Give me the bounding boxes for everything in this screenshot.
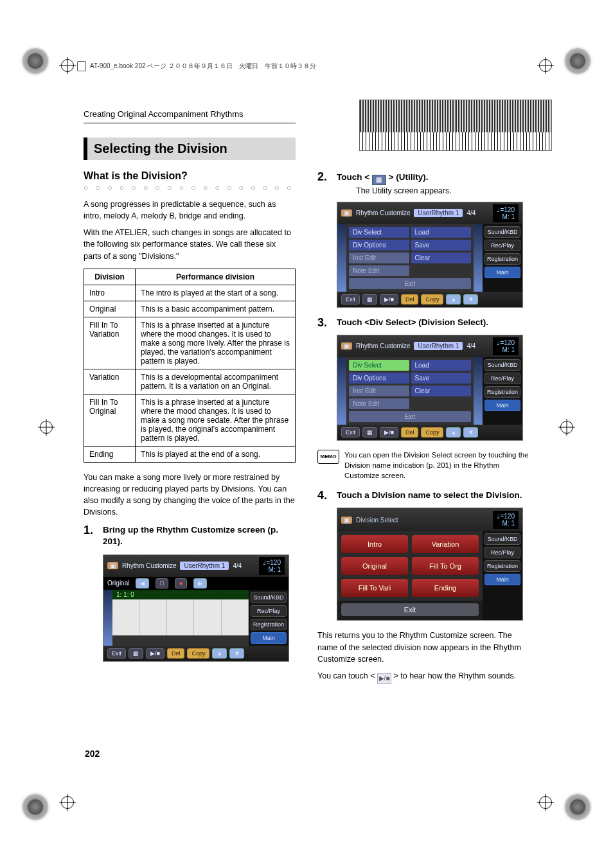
lcd-timesig: 4/4 — [466, 342, 475, 350]
side-sound-kbd[interactable]: Sound/KBD — [251, 592, 287, 603]
breadcrumb: Creating Original Accompaniment Rhythms — [84, 109, 296, 119]
utility-icon-button[interactable]: ▦ — [362, 427, 377, 438]
down-button[interactable]: ▼ — [463, 294, 478, 305]
step-4-text: Touch a Division name to select the Divi… — [337, 490, 522, 501]
side-sound-kbd[interactable]: Sound/KBD — [484, 359, 520, 371]
utility-icon-button[interactable]: ▦ — [362, 294, 377, 305]
down-button[interactable]: ▼ — [229, 648, 244, 659]
del-button[interactable]: Del — [401, 427, 419, 438]
side-sound-kbd[interactable]: Sound/KBD — [484, 226, 520, 238]
menu-div-options[interactable]: Div Options — [349, 240, 409, 251]
menu-clear[interactable]: Clear — [411, 385, 472, 396]
menu-save[interactable]: Save — [411, 373, 472, 384]
play-stop-button[interactable]: ▶/■ — [380, 294, 398, 305]
registration-mark-icon — [539, 796, 552, 809]
division-button[interactable]: Ending — [412, 579, 479, 597]
menu-inst-edit[interactable]: Inst Edit — [349, 252, 409, 263]
division-button[interactable]: Variation — [412, 535, 479, 553]
page-number: 202 — [85, 748, 100, 759]
utility-icon-button[interactable]: ▦ — [129, 648, 143, 659]
lcd-badge[interactable]: UserRhythm 1 — [414, 209, 463, 217]
up-button[interactable]: ▲ — [446, 427, 461, 438]
registration-mark-icon — [61, 796, 74, 809]
side-rec-play[interactable]: Rec/Play — [484, 547, 520, 558]
side-main[interactable]: Main — [484, 400, 520, 411]
prev-button[interactable]: ◀ — [136, 578, 149, 589]
menu-exit[interactable]: Exit — [349, 278, 471, 289]
side-registration[interactable]: Registration — [484, 560, 520, 572]
lcd-right-scroll[interactable] — [474, 357, 483, 425]
menu-note-edit[interactable]: Note Edit — [349, 398, 409, 409]
menu-div-select[interactable]: Div Select — [349, 227, 409, 238]
del-button[interactable]: Del — [401, 294, 419, 305]
division-button[interactable]: Fill To Vari — [341, 579, 408, 597]
division-button[interactable]: Original — [341, 557, 408, 575]
lcd-badge[interactable]: UserRhythm 1 — [414, 342, 463, 350]
side-main[interactable]: Main — [484, 267, 520, 278]
menu-div-options[interactable]: Div Options — [349, 373, 409, 384]
table-row: Fill In To OriginalThis is a phrase inse… — [84, 394, 296, 446]
lcd-division-name[interactable]: Original — [107, 580, 129, 587]
copy-button[interactable]: Copy — [187, 648, 209, 659]
lcd-close-icon[interactable]: ▣ — [341, 517, 352, 524]
play-stop-button[interactable]: ▶/■ — [380, 427, 398, 438]
record-button[interactable]: ● — [175, 578, 187, 589]
side-main[interactable]: Main — [484, 574, 520, 585]
del-button[interactable]: Del — [167, 648, 185, 659]
division-cell: Fill In To Variation — [84, 317, 136, 369]
performance-cell: This is played at the end of a song. — [136, 446, 296, 462]
side-rec-play[interactable]: Rec/Play — [484, 240, 520, 251]
stop-button[interactable]: □ — [155, 578, 168, 589]
lcd-left-bar — [103, 590, 112, 646]
lcd-badge[interactable]: UserRhythm 1 — [180, 562, 229, 570]
side-registration[interactable]: Registration — [251, 619, 287, 630]
division-cell: Intro — [84, 285, 136, 301]
side-main[interactable]: Main — [251, 632, 287, 644]
menu-load[interactable]: Load — [411, 360, 472, 371]
exit-button-wide[interactable]: Exit — [341, 603, 479, 616]
exit-button[interactable]: Exit — [341, 427, 360, 438]
menu-note-edit[interactable]: Note Edit — [349, 265, 409, 276]
step-3-text: Touch <Div Select> (Division Select). — [337, 317, 488, 328]
division-button[interactable]: Intro — [341, 535, 408, 553]
memo-block: MEMO You can open the Division Select sc… — [317, 450, 529, 481]
registration-mark-icon — [560, 421, 573, 434]
lcd-title: Rhythm Customize — [356, 342, 410, 350]
up-button[interactable]: ▲ — [212, 648, 227, 659]
up-button[interactable]: ▲ — [446, 294, 461, 305]
side-rec-play[interactable]: Rec/Play — [251, 605, 287, 617]
performance-cell: The intro is played at the start of a so… — [136, 285, 296, 301]
lcd-utility-menu-a: ▣ Rhythm Customize UserRhythm 1 4/4 ♩=12… — [337, 202, 523, 308]
play-stop-button[interactable]: ▶/■ — [146, 648, 164, 659]
side-registration[interactable]: Registration — [484, 253, 520, 265]
menu-exit[interactable]: Exit — [349, 411, 471, 422]
intro-para-1: A song progresses in predictable a seque… — [84, 199, 296, 222]
lcd-right-scroll[interactable] — [474, 224, 483, 292]
division-button[interactable]: Fill To Org — [412, 557, 479, 575]
division-table: Division Performance division IntroThe i… — [84, 269, 296, 463]
lcd-tempo: ♩=120M: 1 — [259, 557, 285, 575]
side-sound-kbd[interactable]: Sound/KBD — [484, 533, 520, 545]
menu-save[interactable]: Save — [411, 240, 472, 251]
side-registration[interactable]: Registration — [484, 386, 520, 398]
step-3: 3. Touch <Div Select> (Division Select). — [317, 317, 529, 328]
exit-button[interactable]: Exit — [107, 648, 126, 659]
copy-button[interactable]: Copy — [421, 427, 443, 438]
exit-button[interactable]: Exit — [341, 294, 360, 305]
down-button[interactable]: ▼ — [463, 427, 478, 438]
step-4: 4. Touch a Division name to select the D… — [317, 490, 529, 501]
lcd-rhythm-customize: ▣ Rhythm Customize UserRhythm 1 4/4 ♩=12… — [103, 554, 289, 662]
lcd-track-grid[interactable] — [112, 599, 249, 635]
menu-div-select-selected[interactable]: Div Select — [349, 360, 409, 371]
lcd-close-icon[interactable]: ▣ — [107, 562, 118, 569]
menu-load[interactable]: Load — [411, 227, 472, 238]
copy-button[interactable]: Copy — [421, 294, 443, 305]
lcd-timesig: 4/4 — [466, 209, 475, 217]
side-rec-play[interactable]: Rec/Play — [484, 373, 520, 384]
lcd-close-icon[interactable]: ▣ — [341, 342, 352, 350]
step-number: 3. — [317, 317, 332, 328]
menu-clear[interactable]: Clear — [411, 252, 472, 263]
next-button[interactable]: ▶ — [193, 578, 207, 589]
menu-inst-edit[interactable]: Inst Edit — [349, 385, 409, 396]
lcd-close-icon[interactable]: ▣ — [341, 209, 352, 217]
